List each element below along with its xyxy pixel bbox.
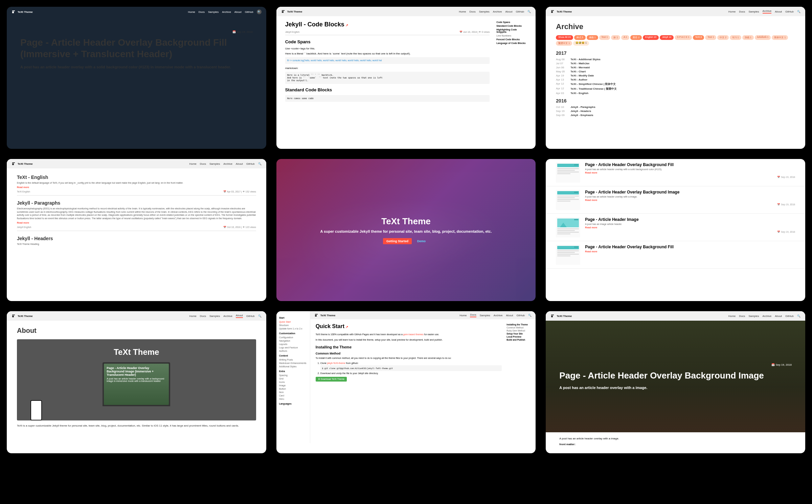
read-more-link[interactable]: Read more [585, 171, 795, 174]
nav-docs[interactable]: Docs [470, 313, 476, 317]
archive-row[interactable]: Apr 03TeXt - English [556, 92, 795, 95]
sidebar-item[interactable]: Structure [279, 323, 307, 327]
tag-pill[interactable]: 简体中文 1 [772, 35, 788, 40]
nav-samples[interactable]: Samples [208, 10, 219, 14]
nav-docs[interactable]: Docs [199, 10, 205, 14]
read-more-link[interactable]: Read more [17, 186, 256, 188]
sidebar-item[interactable]: Image [279, 384, 307, 387]
nav-about[interactable]: About [775, 315, 782, 318]
brand[interactable]: TeXt Theme [281, 9, 302, 14]
archive-row[interactable]: Jun 06TeXt - Mermaid [556, 66, 795, 69]
nav-github[interactable]: GitHub [785, 10, 794, 13]
nav-archive[interactable]: Archive [763, 315, 772, 318]
archive-row[interactable]: Jul 07TeXt - MathJax [556, 62, 795, 65]
sidebar-item[interactable]: Writing Posts [279, 358, 307, 361]
tag-pill[interactable]: TeXt 8 [693, 35, 704, 40]
tag-pill[interactable]: ÀÁÂÃÄÅ 1 [755, 35, 771, 40]
search-icon[interactable]: 🔍 [257, 9, 262, 14]
nav-about[interactable]: About [505, 10, 513, 13]
toc-item[interactable]: Language of Code Blocks [496, 42, 527, 44]
sidebar-item[interactable]: Markdown Enhancements [279, 361, 307, 365]
nav-archive[interactable]: Archive [222, 10, 231, 14]
toc-item[interactable]: Build and Publish [506, 339, 530, 341]
feed-title[interactable]: Page - Article Header Image [585, 217, 795, 222]
nav-about[interactable]: About [236, 162, 243, 165]
tag-pill[interactable]: 英语 2 [630, 35, 642, 40]
brand[interactable]: TeXt Theme [12, 10, 33, 14]
toc-item[interactable]: Line Numbers [496, 35, 527, 37]
toc-item[interactable]: Common Method [506, 326, 530, 329]
sidebar-item[interactable]: Icons [279, 380, 307, 384]
archive-row[interactable]: Sep 09Jekyll - Emphasis [556, 114, 795, 117]
nav-archive[interactable]: Archive [223, 162, 232, 165]
archive-row[interactable]: Apr 12TeXt - Simplified Chinese | 简体中文 [556, 82, 795, 86]
read-more-link[interactable]: Read more [585, 250, 795, 253]
brand[interactable]: TeXt Theme [550, 314, 572, 318]
article-title[interactable]: TeXt - English [17, 175, 256, 180]
tag-pill[interactable]: Test 1 [705, 35, 716, 40]
tag-pill[interactable]: 加载 1 [742, 35, 754, 40]
nav-docs[interactable]: Docs [200, 315, 206, 318]
search-icon[interactable]: 🔍 [258, 315, 262, 318]
tag-pill[interactable]: S P A C E 1 [675, 35, 692, 40]
demo-button[interactable]: Demo [414, 238, 429, 244]
nav-archive[interactable]: Archive [763, 9, 772, 14]
toc-item[interactable]: Installing the Theme [506, 323, 530, 326]
external-link-icon[interactable]: ↗ [345, 325, 348, 329]
nav-github[interactable]: GitHub [516, 314, 525, 317]
sidebar-item[interactable]: Layouts [279, 342, 307, 346]
nav-archive[interactable]: Archive [223, 315, 232, 318]
sidebar-item-quickstart[interactable]: Quick Start [279, 320, 307, 323]
sidebar-item[interactable]: Configuration [279, 336, 307, 339]
search-icon[interactable]: 🔍 [797, 10, 800, 13]
nav-docs[interactable]: Docs [200, 162, 206, 165]
toc-item[interactable]: Highlighting Code Snippets [496, 28, 527, 33]
feed-title[interactable]: Page - Article Header Overlay Background… [585, 245, 795, 249]
nav-archive[interactable]: Archive [494, 314, 503, 317]
tag-pill[interactable]: A 1 [621, 35, 629, 40]
tag-pill[interactable]: Jekyll 14 [660, 35, 674, 40]
nav-home[interactable]: Home [188, 10, 195, 14]
sidebar-item[interactable]: Hero [279, 397, 307, 400]
archive-row[interactable]: Apr 13TeXt - Author [556, 78, 795, 81]
search-icon[interactable]: 🔍 [797, 315, 800, 318]
nav-samples[interactable]: Samples [748, 315, 759, 318]
feed-item[interactable]: Page - Article Header ImageA post has an… [546, 214, 805, 241]
nav-github[interactable]: GitHub [246, 162, 255, 165]
brand[interactable]: TeXt Theme [314, 313, 336, 317]
sidebar-item[interactable]: Additional Styles [279, 365, 307, 368]
nav-archive[interactable]: Archive [493, 10, 502, 13]
sidebar-item[interactable]: Logo and Favicon [279, 346, 307, 349]
nav-docs[interactable]: Docs [469, 10, 475, 13]
download-button[interactable]: ⬇ Download TeXt Theme [316, 377, 347, 382]
nav-about[interactable]: About [236, 314, 243, 318]
archive-row[interactable]: Sep 19Jekyll - Headers [556, 110, 795, 113]
tag-pill[interactable]: Show All 24 [556, 35, 573, 40]
nav-home[interactable]: Home [459, 314, 467, 317]
nav-samples[interactable]: Samples [480, 314, 490, 317]
nav-home[interactable]: Home [728, 315, 736, 318]
sidebar-item[interactable]: Spacing [279, 373, 307, 377]
sidebar-item[interactable]: Authors [279, 349, 307, 352]
nav-github[interactable]: GitHub [246, 315, 255, 318]
tag-pill[interactable]: 繁體中文 1 [556, 41, 572, 46]
read-more-link[interactable]: Read more [17, 222, 256, 224]
toc-item[interactable]: Local Preview [506, 336, 530, 338]
tag-pill[interactable]: English 10 [643, 35, 659, 40]
toc-item[interactable]: Code Spans [496, 21, 527, 23]
sidebar-item[interactable]: Update form 1.x to 2.x [279, 327, 307, 330]
archive-row[interactable]: May 05TeXt - Chart [556, 70, 795, 73]
read-more-link[interactable]: Read more [585, 199, 795, 201]
archive-row[interactable]: Apr 19TeXt - Modify Date [556, 74, 795, 77]
sidebar-item[interactable]: Grid [279, 377, 307, 380]
feed-item[interactable]: Page - Article Header Overlay Background… [546, 241, 805, 269]
search-icon[interactable]: 🔍 [527, 10, 531, 13]
sidebar-item[interactable]: Button [279, 387, 307, 390]
feed-item[interactable]: Page - Article Header Overlay Background… [546, 159, 805, 186]
tag-pill[interactable]: 表格 1 [587, 35, 598, 40]
feed-item[interactable]: Page - Article Header Overlay Background… [546, 186, 805, 214]
nav-docs[interactable]: Docs [739, 10, 745, 13]
tag-pill[interactable]: 작가 1 [730, 35, 741, 40]
feed-title[interactable]: Page - Article Header Overlay Background… [585, 190, 795, 194]
link[interactable]: gem-based themes [403, 333, 424, 336]
